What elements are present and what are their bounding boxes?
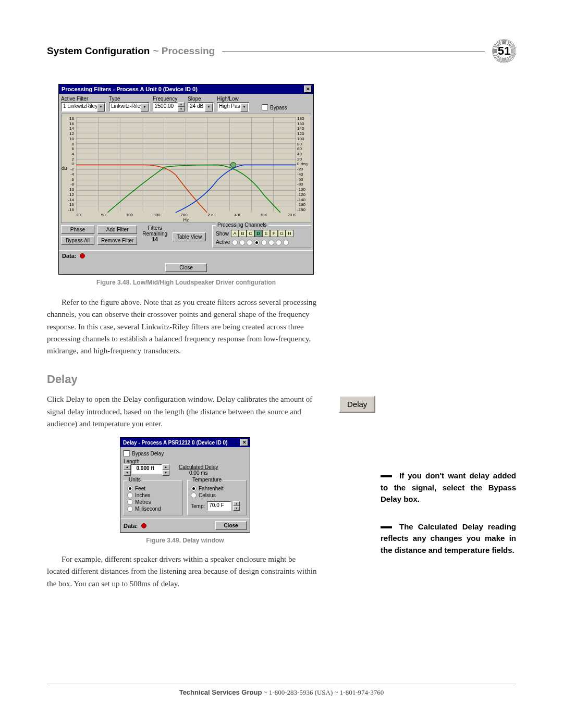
note-dash-icon <box>381 475 392 477</box>
temp-input[interactable]: 70.0 F <box>207 501 231 511</box>
delay-close-button[interactable]: Close <box>215 521 247 530</box>
close-icon[interactable]: ✕ <box>304 85 312 93</box>
type-label: Type <box>109 96 150 102</box>
close-icon[interactable]: ✕ <box>240 439 248 446</box>
frequency-spinner[interactable]: ▲▼ <box>178 102 185 112</box>
temp-c-radio[interactable]: Celsius <box>191 492 243 498</box>
filters-remaining-value: 14 <box>142 237 167 242</box>
window-titlebar[interactable]: Processing Filters - Process A Unit 0 (D… <box>59 84 313 94</box>
highlow-label: High/Low <box>217 96 249 102</box>
bypass-delay-checkbox[interactable]: Bypass Delay <box>124 450 247 456</box>
data-indicator-icon <box>80 253 85 258</box>
length-label: Length <box>124 459 169 464</box>
chart-xlabel: Hz <box>183 217 189 223</box>
page-header: System Configuration ~ Processing 51 <box>47 39 516 63</box>
slope-label: Slope <box>188 96 214 102</box>
length-stepper-left[interactable]: ▲▼ <box>124 464 131 476</box>
type-dropdown[interactable]: Linkwitz-Riley <box>109 102 150 112</box>
chart-yaxis-left: 181614121086420-2-4-6-8-10-12-14-16-18 <box>63 116 74 212</box>
slope-dropdown[interactable]: 24 dB <box>188 102 214 112</box>
processing-channels-label: Processing Channels <box>216 222 268 228</box>
phase-button[interactable]: Phase <box>61 225 94 234</box>
figure-349-caption: Figure 3.49. Delay window <box>120 537 250 544</box>
units-feet-radio[interactable]: Feet <box>127 486 179 491</box>
calculated-delay-value: 0.00 ms <box>179 470 218 476</box>
add-filter-button[interactable]: Add Filter <box>97 225 137 234</box>
header-subtitle: ~ Processing <box>153 45 215 57</box>
active-filter-dropdown[interactable]: 1 LinkwitzRiley <box>61 102 106 112</box>
chart-curves <box>76 117 296 213</box>
table-view-button[interactable]: Table View <box>173 232 206 241</box>
filter-chart[interactable]: dB 181614121086420-2-4-6-8-10-12-14-16-1… <box>61 114 311 223</box>
bypass-all-button[interactable]: Bypass All <box>61 236 94 245</box>
header-title: System Configuration <box>47 45 150 57</box>
side-note-2: The Calculated Delay reading reflects an… <box>381 521 516 557</box>
chart-xaxis: 20501003007002 K4 K9 K20 K <box>76 213 296 217</box>
units-ms-radio[interactable]: Millisecond <box>127 506 179 512</box>
paragraph-3: For example, different speaker drivers w… <box>47 553 318 590</box>
delay-window-titlebar[interactable]: Delay - Process A PSR1212 0 (Device ID 0… <box>120 438 250 447</box>
delay-window-title: Delay - Process A PSR1212 0 (Device ID 0… <box>123 440 227 446</box>
close-button[interactable]: Close <box>165 263 207 272</box>
window-title: Processing Filters - Process A Unit 0 (D… <box>62 86 198 92</box>
temp-f-radio[interactable]: Fahrenheit <box>191 486 243 491</box>
paragraph-2: Click Delay to open the Delay configurat… <box>47 393 318 430</box>
length-input[interactable]: 0.000 ft <box>131 464 162 474</box>
active-filter-label: Active Filter <box>61 96 106 102</box>
note-dash-icon <box>381 526 392 528</box>
header-rule <box>222 51 485 52</box>
channel-letters[interactable]: ABCDEFGH <box>231 230 293 237</box>
frequency-input[interactable]: 2500.00 <box>153 102 178 112</box>
channel-active-radios[interactable] <box>232 240 289 245</box>
paragraph-1: Refer to the figure above. Note that as … <box>47 297 339 357</box>
length-stepper-right[interactable]: ▲▼ <box>162 464 169 476</box>
frequency-label: Frequency <box>153 96 185 102</box>
data-indicator-icon <box>141 523 146 528</box>
temperature-label: Temperature <box>191 477 223 483</box>
delay-window: Delay - Process A PSR1212 0 (Device ID 0… <box>120 437 250 533</box>
units-metres-radio[interactable]: Metres <box>127 499 179 505</box>
temp-spinner[interactable]: ▲▼ <box>233 501 240 511</box>
page-footer: Technical Services Group ~ 1-800-283-593… <box>47 684 516 697</box>
delay-heading: Delay <box>47 373 516 386</box>
processing-filters-window: Processing Filters - Process A Unit 0 (D… <box>58 84 314 275</box>
filters-remaining-label: Filters Remaining <box>142 225 167 237</box>
remove-filter-button[interactable]: Remove Filter <box>97 236 137 245</box>
delay-button[interactable]: Delay <box>339 396 375 413</box>
delay-data-row: Data: Close <box>120 519 250 532</box>
data-status-row: Data: <box>59 250 313 261</box>
show-label: Show <box>216 231 229 237</box>
svg-point-1 <box>230 162 236 167</box>
units-label: Units <box>127 477 142 483</box>
calculated-delay-label: Calculated Delay <box>179 464 218 470</box>
bypass-checkbox[interactable]: Bypass <box>262 104 287 110</box>
active-label: Active <box>216 239 230 245</box>
highlow-dropdown[interactable]: High Pass <box>217 102 249 112</box>
units-inches-radio[interactable]: Inches <box>127 492 179 498</box>
page-number-badge: 51 <box>492 39 516 63</box>
figure-348-caption: Figure 3.48. Low/Mid/High Loudspeaker Dr… <box>58 279 314 286</box>
chart-yaxis-right: 180160140120100806040200 deg-20-40-60-80… <box>297 116 310 212</box>
side-note-1: If you don't want delay added to the sig… <box>381 470 516 505</box>
temp-field-label: Temp: <box>191 503 205 509</box>
